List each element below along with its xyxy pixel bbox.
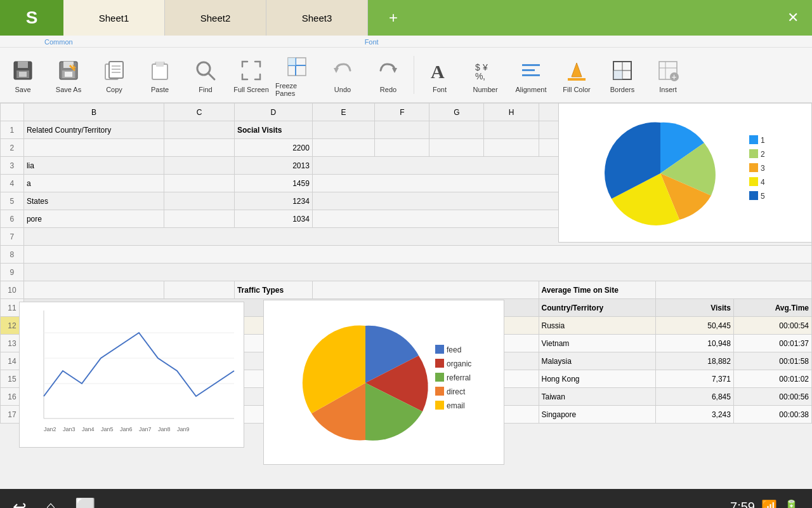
cell-m17[interactable]: 3,243 xyxy=(655,406,733,424)
svg-text:Jan4: Jan4 xyxy=(82,426,95,432)
cell-l11[interactable]: Country/Territory xyxy=(539,299,655,317)
cell-l17[interactable]: Singapore xyxy=(539,406,655,424)
cell-m14[interactable]: 18,882 xyxy=(655,352,733,370)
col-header-f[interactable]: F xyxy=(375,104,429,121)
cell-c4[interactable] xyxy=(164,175,235,192)
save-button[interactable]: Save xyxy=(0,54,46,96)
fullscreen-button[interactable]: Full Screen xyxy=(228,54,274,96)
cell-f1[interactable] xyxy=(375,121,429,139)
svg-rect-32 xyxy=(568,78,586,81)
borders-button[interactable]: Borders xyxy=(599,54,645,96)
cell-l14[interactable]: Malaysia xyxy=(539,352,655,370)
cell-c5[interactable] xyxy=(164,192,235,210)
svg-text:4: 4 xyxy=(761,178,765,187)
copy-button[interactable]: Copy xyxy=(91,54,137,96)
paste-label: Paste xyxy=(151,86,169,93)
cell-d4[interactable]: 1459 xyxy=(234,175,312,192)
cell-l15[interactable]: Hong Kong xyxy=(539,370,655,388)
tab-sheet1[interactable]: Sheet1 xyxy=(63,0,165,36)
cell-d3[interactable]: 2013 xyxy=(234,157,312,175)
close-button[interactable]: ✕ xyxy=(774,10,812,26)
cell-c2[interactable] xyxy=(164,139,235,157)
borders-icon xyxy=(608,57,636,84)
row-num-6: 6 xyxy=(1,210,24,228)
cell-n15[interactable]: 00:01:02 xyxy=(733,370,811,388)
cell-m16[interactable]: 6,845 xyxy=(655,388,733,406)
cell-n13[interactable]: 00:01:37 xyxy=(733,335,811,352)
cell-l10[interactable]: Average Time on Site xyxy=(539,281,655,299)
col-header-c[interactable]: C xyxy=(164,104,235,121)
save-as-button[interactable]: Save As xyxy=(46,54,91,96)
cell-n11[interactable]: Avg.Time xyxy=(733,299,811,317)
col-header-e[interactable]: E xyxy=(312,104,374,121)
pie-chart-top: 1 2 3 4 5 xyxy=(558,103,812,243)
alignment-button[interactable]: Alignment xyxy=(508,54,554,96)
redo-button[interactable]: Redo xyxy=(365,54,411,96)
cell-c1[interactable] xyxy=(164,121,235,139)
back-button[interactable]: ↩ xyxy=(13,497,27,509)
svg-rect-44 xyxy=(749,149,758,158)
cell-b1[interactable]: Related Country/Territory xyxy=(23,121,164,139)
cell-h1[interactable] xyxy=(484,121,539,139)
cell-l16[interactable]: Taiwan xyxy=(539,388,655,406)
cell-c6[interactable] xyxy=(164,210,235,228)
svg-text:+: + xyxy=(672,72,677,82)
number-button[interactable]: $ ¥ % , Number xyxy=(462,54,508,96)
cell-n12[interactable]: 00:00:54 xyxy=(733,317,811,335)
cell-b5[interactable]: States xyxy=(23,192,164,210)
save-label: Save xyxy=(15,86,30,93)
cell-c3[interactable] xyxy=(164,157,235,175)
cell-d10[interactable]: Traffic Types xyxy=(234,281,312,299)
col-header-h[interactable]: H xyxy=(484,104,539,121)
svg-text:A: A xyxy=(431,61,445,82)
recents-button[interactable]: ⬜ xyxy=(75,497,95,509)
cell-f2[interactable] xyxy=(375,139,429,157)
insert-button[interactable]: + Insert xyxy=(645,54,691,96)
col-header-g[interactable]: G xyxy=(429,104,484,121)
cell-e1[interactable] xyxy=(312,121,374,139)
svg-text:2: 2 xyxy=(761,150,765,159)
cell-b2[interactable] xyxy=(23,139,164,157)
cell-n14[interactable]: 00:01:58 xyxy=(733,352,811,370)
app-icon: S xyxy=(0,0,63,36)
freeze-panes-button[interactable]: Freeze Panes xyxy=(274,50,320,100)
tab-sheet3[interactable]: Sheet3 xyxy=(266,0,368,36)
cell-m15[interactable]: 7,371 xyxy=(655,370,733,388)
cell-d2[interactable]: 2200 xyxy=(234,139,312,157)
font-button[interactable]: A Font xyxy=(417,54,462,96)
cell-b4[interactable]: a xyxy=(23,175,164,192)
table-row: 9 xyxy=(1,264,812,281)
cell-n16[interactable]: 00:00:56 xyxy=(733,388,811,406)
cell-h2[interactable] xyxy=(484,139,539,157)
cell-g2[interactable] xyxy=(429,139,484,157)
traffic-chart: feed organic referral direct email xyxy=(263,300,504,465)
insert-label: Insert xyxy=(659,86,677,93)
add-sheet-button[interactable]: + xyxy=(368,0,419,36)
row-num-3: 3 xyxy=(1,157,24,175)
col-header-d[interactable]: D xyxy=(234,104,312,121)
cell-b6[interactable]: pore xyxy=(23,210,164,228)
cell-d5[interactable]: 1234 xyxy=(234,192,312,210)
home-button[interactable]: ⌂ xyxy=(46,497,56,509)
col-header-b[interactable]: B xyxy=(23,104,164,121)
cell-e2[interactable] xyxy=(312,139,374,157)
toolbar: Common Font Save xyxy=(0,36,812,103)
cell-m11[interactable]: Visits xyxy=(655,299,733,317)
row-num-8: 8 xyxy=(1,246,24,264)
fill-color-button[interactable]: Fill Color xyxy=(554,54,599,96)
cell-d1[interactable]: Social Visits xyxy=(234,121,312,139)
undo-icon xyxy=(329,57,357,84)
cell-n17[interactable]: 00:00:38 xyxy=(733,406,811,424)
find-button[interactable]: Find xyxy=(183,54,228,96)
cell-l13[interactable]: Vietnam xyxy=(539,335,655,352)
undo-button[interactable]: Undo xyxy=(320,54,365,96)
cell-b3[interactable]: lia xyxy=(23,157,164,175)
paste-button[interactable]: Paste xyxy=(137,54,183,96)
svg-marker-22 xyxy=(334,68,339,73)
cell-m13[interactable]: 10,948 xyxy=(655,335,733,352)
cell-l12[interactable]: Russia xyxy=(539,317,655,335)
tab-sheet2[interactable]: Sheet2 xyxy=(165,0,266,36)
cell-g1[interactable] xyxy=(429,121,484,139)
cell-d6[interactable]: 1034 xyxy=(234,210,312,228)
cell-m12[interactable]: 50,445 xyxy=(655,317,733,335)
